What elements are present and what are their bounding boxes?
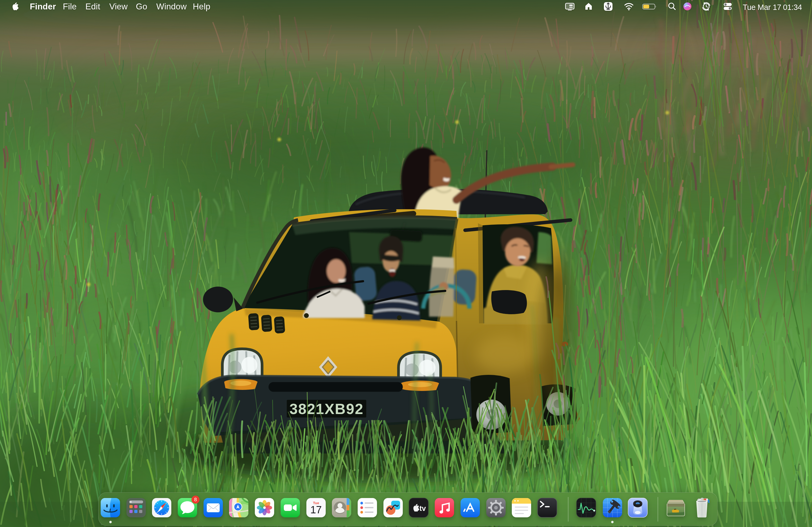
svg-text:3821XB92: 3821XB92 bbox=[289, 401, 364, 417]
svg-text:tv: tv bbox=[419, 505, 426, 512]
svg-text:17: 17 bbox=[310, 504, 322, 515]
